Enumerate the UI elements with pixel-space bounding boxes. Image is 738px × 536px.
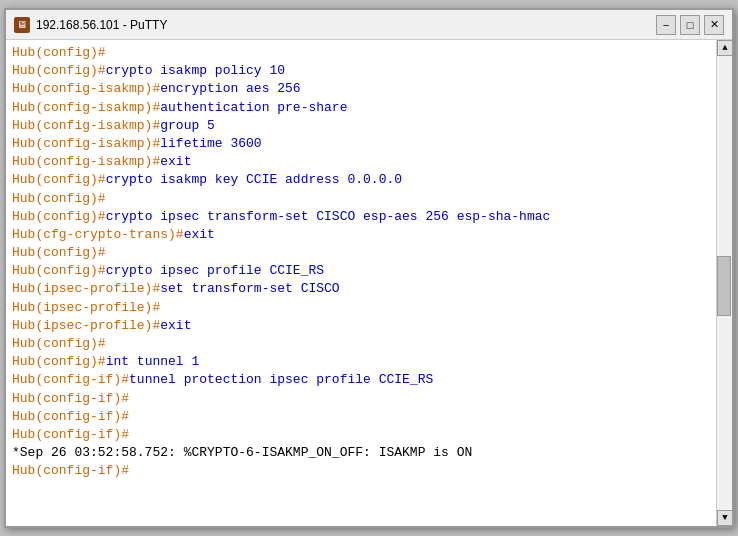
terminal-line: Hub(config-isakmp)#group 5 (12, 117, 710, 135)
terminal-line: Hub(ipsec-profile)# (12, 299, 710, 317)
terminal-line: Hub(config)#crypto ipsec transform-set C… (12, 208, 710, 226)
scroll-down-button[interactable]: ▼ (717, 510, 732, 526)
terminal-line: Hub(config)#crypto ipsec profile CCIE_RS (12, 262, 710, 280)
terminal-line: Hub(config)#int tunnel 1 (12, 353, 710, 371)
scrollbar-thumb[interactable] (717, 256, 731, 316)
title-bar: 🖥 192.168.56.101 - PuTTY − □ ✕ (6, 10, 732, 40)
terminal-area: Hub(config)# Hub(config)#crypto isakmp p… (6, 40, 732, 526)
terminal-line: Hub(config-isakmp)#lifetime 3600 (12, 135, 710, 153)
status-line: *Sep 26 03:52:58.752: %CRYPTO-6-ISAKMP_O… (12, 444, 710, 462)
maximize-button[interactable]: □ (680, 15, 700, 35)
terminal-line: Hub(config)# (12, 190, 710, 208)
minimize-button[interactable]: − (656, 15, 676, 35)
terminal-line: Hub(cfg-crypto-trans)#exit (12, 226, 710, 244)
putty-window: 🖥 192.168.56.101 - PuTTY − □ ✕ Hub(confi… (4, 8, 734, 528)
terminal-line: Hub(ipsec-profile)#set transform-set CIS… (12, 280, 710, 298)
terminal-line: Hub(config-isakmp)#authentication pre-sh… (12, 99, 710, 117)
terminal-line: Hub(config)# (12, 244, 710, 262)
scrollbar-track[interactable] (717, 56, 732, 510)
terminal-line: Hub(config-isakmp)#encryption aes 256 (12, 80, 710, 98)
scrollbar[interactable]: ▲ ▼ (716, 40, 732, 526)
scroll-up-button[interactable]: ▲ (717, 40, 732, 56)
terminal-line: Hub(config)#crypto isakmp key CCIE addre… (12, 171, 710, 189)
terminal-line: Hub(config-if)# (12, 390, 710, 408)
terminal-line: Hub(config-if)# (12, 408, 710, 426)
window-title: 192.168.56.101 - PuTTY (36, 18, 167, 32)
terminal-line: Hub(config)# (12, 44, 710, 62)
terminal-content[interactable]: Hub(config)# Hub(config)#crypto isakmp p… (6, 40, 716, 526)
title-bar-left: 🖥 192.168.56.101 - PuTTY (14, 17, 167, 33)
terminal-line: Hub(config)# (12, 335, 710, 353)
terminal-line: Hub(config-if)# (12, 426, 710, 444)
title-bar-buttons: − □ ✕ (656, 15, 724, 35)
terminal-line: Hub(config)#crypto isakmp policy 10 (12, 62, 710, 80)
terminal-line: Hub(config-isakmp)#exit (12, 153, 710, 171)
terminal-line: Hub(ipsec-profile)#exit (12, 317, 710, 335)
app-icon: 🖥 (14, 17, 30, 33)
terminal-line: Hub(config-if)#tunnel protection ipsec p… (12, 371, 710, 389)
terminal-line: Hub(config-if)# (12, 462, 710, 480)
close-button[interactable]: ✕ (704, 15, 724, 35)
